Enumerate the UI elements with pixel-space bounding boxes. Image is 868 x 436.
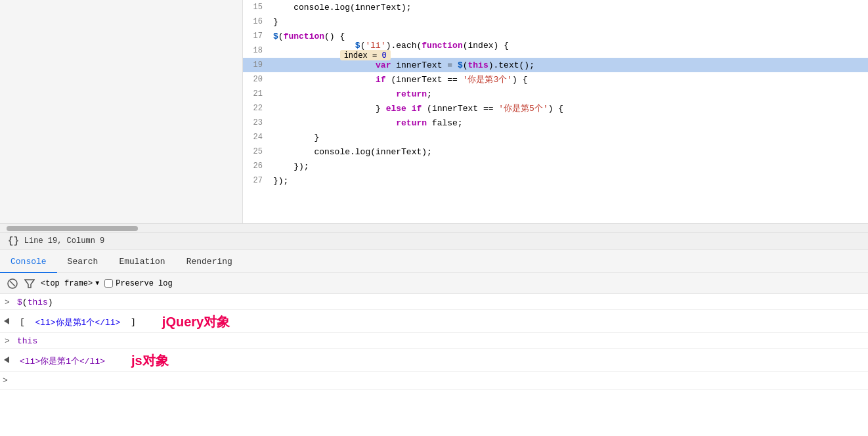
- code-line-27: 27 });: [243, 173, 868, 188]
- line-content-25: console.log(innerText);: [271, 147, 868, 157]
- bracket-open-2: [: [20, 317, 35, 327]
- code-line-26: 26 });: [243, 159, 868, 173]
- bracket-close-2: ]: [120, 317, 135, 327]
- line-number-21: 21: [243, 89, 271, 98]
- frame-dropdown-icon[interactable]: ▼: [95, 280, 99, 287]
- status-braces-icon: {}: [8, 236, 19, 246]
- paren-close-1: ): [48, 297, 53, 307]
- li-element-4: <li>你是第1个</li>: [20, 355, 105, 367]
- devtools-tabs: Console Search Emulation Rendering: [0, 250, 868, 273]
- svg-marker-2: [25, 280, 34, 288]
- code-line-25: 25 console.log(innerText);: [243, 144, 868, 159]
- code-editor: 15 console.log(innerText); 16 } 17 $(fun…: [0, 0, 868, 223]
- empty-prompt-symbol: >: [3, 376, 8, 385]
- this-kw-3: this: [17, 336, 37, 346]
- console-prefix-4: [0, 354, 14, 366]
- console-empty-prompt: >: [0, 372, 868, 390]
- line-number-15: 15: [243, 3, 271, 12]
- line-number-23: 23: [243, 118, 271, 127]
- console-content-1: $(this): [14, 295, 868, 307]
- line-number-22: 22: [243, 104, 271, 113]
- console-content-2: [ <li>你是第1个</li> ] jQuery对象: [17, 311, 868, 331]
- li-element-2: <li>你是第1个</li>: [35, 316, 120, 328]
- preserve-log-checkbox[interactable]: [104, 279, 113, 288]
- line-content-24: }: [271, 133, 868, 142]
- code-line-16: 16 }: [243, 14, 868, 29]
- line-content-15: console.log(innerText);: [271, 3, 868, 12]
- console-line-4: <li>你是第1个</li> js对象: [0, 349, 868, 372]
- left-gutter: [0, 0, 243, 223]
- console-line-3: > this: [0, 333, 868, 349]
- tab-console[interactable]: Console: [0, 253, 57, 273]
- status-position: Line 19, Column 9: [24, 236, 104, 246]
- clear-console-icon[interactable]: [7, 278, 18, 290]
- js-annotation: js对象: [131, 352, 169, 370]
- code-line-18: 18 $('li').each(function(index) { index …: [243, 43, 868, 58]
- code-line-23: 23 return false;: [243, 116, 868, 130]
- line-number-25: 25: [243, 147, 271, 156]
- line-number-17: 17: [243, 32, 271, 41]
- svg-line-1: [10, 281, 15, 286]
- line-number-26: 26: [243, 162, 271, 171]
- console-prefix-1: >: [0, 295, 14, 307]
- frame-selector-label: <top frame>: [41, 279, 93, 288]
- code-scrollbar[interactable]: [0, 223, 868, 232]
- console-content-3: this: [14, 334, 868, 346]
- console-line-2: [ <li>你是第1个</li> ] jQuery对象: [0, 310, 868, 333]
- line-number-27: 27: [243, 176, 271, 185]
- line-number-16: 16: [243, 17, 271, 26]
- console-prefix-3: >: [0, 334, 14, 346]
- status-bar: {} Line 19, Column 9: [0, 232, 868, 250]
- preserve-log-label[interactable]: Preserve log: [104, 279, 172, 288]
- console-output: > $(this) [ <li>你是第1个</li> ] jQuery对象 > …: [0, 294, 868, 390]
- collapse-arrow-2[interactable]: [4, 318, 9, 324]
- paren-open-1: (: [22, 297, 28, 307]
- tab-rendering[interactable]: Rendering: [176, 253, 243, 273]
- tab-emulation[interactable]: Emulation: [108, 253, 175, 273]
- line-content-18: $('li').each(function(index) { index = 0: [271, 31, 868, 70]
- tab-search[interactable]: Search: [57, 253, 109, 273]
- code-lines: 15 console.log(innerText); 16 } 17 $(fun…: [243, 0, 868, 188]
- frame-selector-wrapper: <top frame> ▼: [41, 279, 99, 288]
- tooltip-badge: index = 0: [340, 50, 391, 60]
- code-area: 15 console.log(innerText); 16 } 17 $(fun…: [243, 0, 868, 223]
- this-kw-1: this: [28, 297, 48, 307]
- line-content-16: }: [271, 17, 868, 27]
- jquery-annotation: jQuery对象: [162, 313, 230, 331]
- line-content-26: });: [271, 162, 868, 171]
- console-prefix-2: [0, 315, 14, 327]
- code-line-24: 24 }: [243, 130, 868, 144]
- collapse-arrow-4[interactable]: [4, 357, 9, 363]
- console-line-1: > $(this): [0, 294, 868, 310]
- line-number-24: 24: [243, 133, 271, 142]
- dollar-sign-1: $: [17, 297, 22, 307]
- console-toolbar: <top frame> ▼ Preserve log: [0, 273, 868, 294]
- code-line-15: 15 console.log(innerText);: [243, 0, 868, 14]
- line-number-19: 19: [243, 60, 271, 70]
- line-number-18: 18: [243, 46, 271, 55]
- filter-icon[interactable]: [24, 278, 35, 290]
- line-number-20: 20: [243, 75, 271, 84]
- app-root: 15 console.log(innerText); 16 } 17 $(fun…: [0, 0, 868, 390]
- scrollbar-thumb[interactable]: [7, 226, 138, 231]
- preserve-log-text: Preserve log: [116, 279, 172, 288]
- line-content-27: });: [271, 176, 868, 186]
- console-content-4: <li>你是第1个</li> js对象: [17, 350, 868, 370]
